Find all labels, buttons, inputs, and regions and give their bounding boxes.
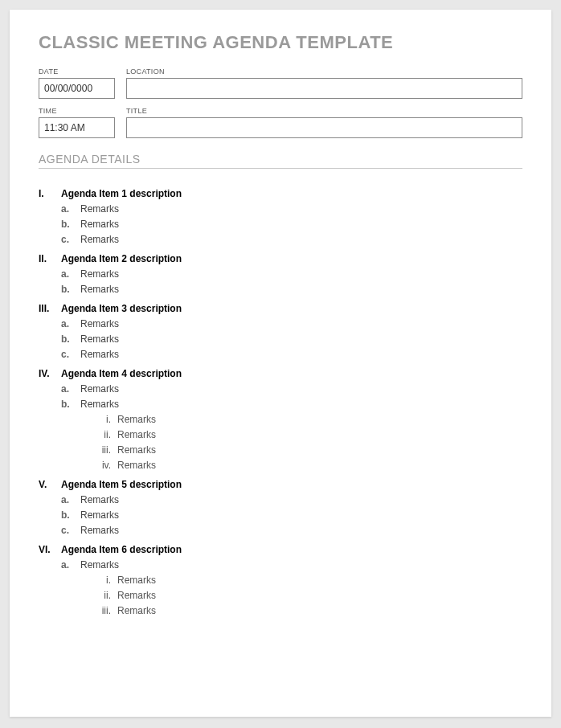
location-label: LOCATION <box>126 67 522 76</box>
agenda-subitem-marker: a. <box>61 559 80 571</box>
agenda-subitem-label: Remarks <box>80 268 119 280</box>
title-label: TITLE <box>126 107 522 115</box>
date-label: DATE <box>39 67 115 76</box>
agenda-subitem: b.Remarks <box>61 284 522 295</box>
agenda-item-label: Agenda Item 5 description <box>61 479 182 490</box>
agenda-subsubitem-marker: iii. <box>96 444 117 456</box>
agenda-subsubitem-marker: ii. <box>96 429 117 440</box>
agenda-subitem-label: Remarks <box>80 525 119 536</box>
agenda-subitem-marker: b. <box>61 333 80 345</box>
agenda-subitem: a.Remarks <box>61 559 522 571</box>
agenda-subsubitem-marker: i. <box>96 414 117 425</box>
agenda-subitem-marker: a. <box>61 318 80 329</box>
agenda-subitem-marker: a. <box>61 383 80 395</box>
date-input[interactable] <box>39 78 115 99</box>
agenda-subsubitem-label: Remarks <box>117 444 156 456</box>
section-header: AGENDA DETAILS <box>39 153 522 169</box>
agenda-item: I.Agenda Item 1 description <box>39 188 522 199</box>
time-field-group: TIME <box>39 107 115 138</box>
agenda-subsubitem-label: Remarks <box>117 575 156 586</box>
agenda-item-marker: II. <box>39 253 61 264</box>
agenda-subsubitem: ii.Remarks <box>96 590 522 601</box>
document-page: CLASSIC MEETING AGENDA TEMPLATE DATE LOC… <box>10 10 551 717</box>
agenda-subitem-label: Remarks <box>80 349 119 360</box>
agenda-item: IV.Agenda Item 4 description <box>39 368 522 379</box>
agenda-subsubitem-label: Remarks <box>117 460 156 471</box>
agenda-subitem: b.Remarks <box>61 399 522 410</box>
agenda-item-marker: V. <box>39 479 61 490</box>
agenda-item-label: Agenda Item 4 description <box>61 368 182 379</box>
agenda-item-label: Agenda Item 2 description <box>61 253 182 264</box>
agenda-subsubitem: iv.Remarks <box>96 460 522 471</box>
agenda-subsubitem: ii.Remarks <box>96 429 522 440</box>
agenda-subsubitem-label: Remarks <box>117 590 156 601</box>
agenda-item-label: Agenda Item 1 description <box>61 188 182 199</box>
agenda-subitem-label: Remarks <box>80 284 119 295</box>
agenda-item: VI.Agenda Item 6 description <box>39 544 522 555</box>
agenda-item: III.Agenda Item 3 description <box>39 303 522 314</box>
agenda-item: II.Agenda Item 2 description <box>39 253 522 264</box>
agenda-subitem-marker: b. <box>61 284 80 295</box>
agenda-subitem-marker: c. <box>61 234 80 245</box>
date-field-group: DATE <box>39 67 115 99</box>
agenda-subitem: a.Remarks <box>61 318 522 329</box>
agenda-subitem-label: Remarks <box>80 234 119 245</box>
page-title: CLASSIC MEETING AGENDA TEMPLATE <box>39 32 522 53</box>
agenda-subsubitem: i.Remarks <box>96 414 522 425</box>
agenda-subitem-marker: b. <box>61 509 80 521</box>
agenda-subitem-label: Remarks <box>80 333 119 345</box>
agenda-subsubitem: iii.Remarks <box>96 605 522 616</box>
agenda-subsubitem-label: Remarks <box>117 605 156 616</box>
agenda-item-marker: III. <box>39 303 61 314</box>
title-field-group: TITLE <box>126 107 522 138</box>
agenda-subitem: c.Remarks <box>61 234 522 245</box>
agenda-subitem: a.Remarks <box>61 268 522 280</box>
agenda-subitem: a.Remarks <box>61 494 522 505</box>
agenda-subsubitem-label: Remarks <box>117 414 156 425</box>
time-label: TIME <box>39 107 115 115</box>
title-input[interactable] <box>126 117 522 138</box>
agenda-subitem: a.Remarks <box>61 383 522 395</box>
agenda-item-marker: VI. <box>39 544 61 555</box>
agenda-item-marker: IV. <box>39 368 61 379</box>
agenda-subsubitem-marker: i. <box>96 575 117 586</box>
location-field-group: LOCATION <box>126 67 522 99</box>
agenda-subitem-marker: b. <box>61 219 80 230</box>
agenda-subitem-label: Remarks <box>80 318 119 329</box>
agenda-item-label: Agenda Item 3 description <box>61 303 182 314</box>
agenda-subitem-label: Remarks <box>80 559 119 571</box>
agenda-subitem: c.Remarks <box>61 349 522 360</box>
agenda-subsubitem-label: Remarks <box>117 429 156 440</box>
agenda-subitem-label: Remarks <box>80 399 119 410</box>
form-row-2: TIME TITLE <box>39 107 522 138</box>
agenda-item: V.Agenda Item 5 description <box>39 479 522 490</box>
agenda-subitem-label: Remarks <box>80 383 119 395</box>
agenda-subitem-label: Remarks <box>80 219 119 230</box>
agenda-subitem: b.Remarks <box>61 333 522 345</box>
agenda-subitem: b.Remarks <box>61 219 522 230</box>
agenda-subitem-label: Remarks <box>80 203 119 215</box>
agenda-subsubitem: i.Remarks <box>96 575 522 586</box>
agenda-subitem-label: Remarks <box>80 494 119 505</box>
agenda-subitem: c.Remarks <box>61 525 522 536</box>
agenda-item-label: Agenda Item 6 description <box>61 544 182 555</box>
agenda-subsubitem-marker: iii. <box>96 605 117 616</box>
agenda-subitem-marker: a. <box>61 494 80 505</box>
agenda-subsubitem-marker: ii. <box>96 590 117 601</box>
agenda-subitem-marker: c. <box>61 525 80 536</box>
agenda-subsubitem: iii.Remarks <box>96 444 522 456</box>
agenda-subitem-marker: c. <box>61 349 80 360</box>
agenda-subitem: a.Remarks <box>61 203 522 215</box>
agenda-subitem-marker: a. <box>61 268 80 280</box>
agenda-subitem-marker: b. <box>61 399 80 410</box>
agenda-item-marker: I. <box>39 188 61 199</box>
agenda-list: I.Agenda Item 1 descriptiona.Remarksb.Re… <box>39 188 522 616</box>
location-input[interactable] <box>126 78 522 99</box>
form-row-1: DATE LOCATION <box>39 67 522 99</box>
agenda-subitem-label: Remarks <box>80 509 119 521</box>
agenda-subsubitem-marker: iv. <box>96 460 117 471</box>
time-input[interactable] <box>39 117 115 138</box>
agenda-subitem-marker: a. <box>61 203 80 215</box>
agenda-subitem: b.Remarks <box>61 509 522 521</box>
